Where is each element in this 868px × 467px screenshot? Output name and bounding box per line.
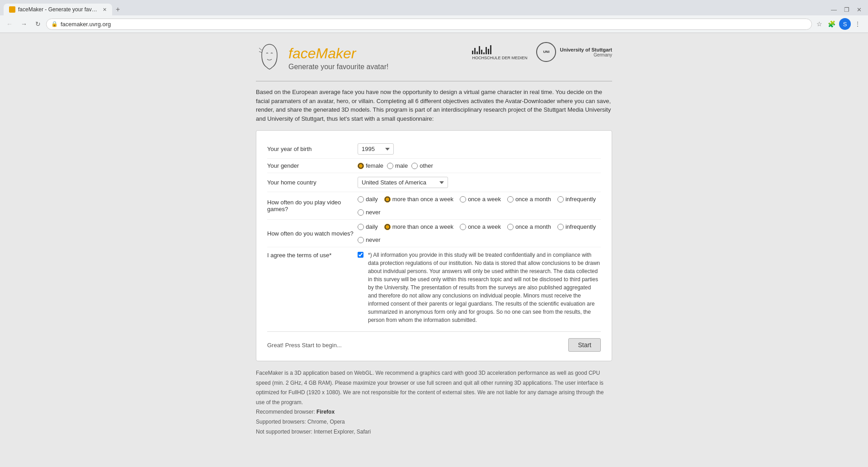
- address-bar: ← → ↻ 🔒 facemaker.uvrg.org ☆ 🧩 S ⋮: [0, 15, 868, 33]
- start-button[interactable]: Start: [568, 338, 601, 352]
- terms-checkbox-cell: [358, 251, 363, 258]
- mv-once-month-option[interactable]: once a month: [507, 223, 551, 230]
- vg-daily-label: daily: [366, 196, 378, 203]
- gender-male-label: male: [395, 162, 408, 169]
- not-supported-browsers-line: Not supported browser: Internet Explorer…: [256, 427, 612, 437]
- gender-male-radio[interactable]: [387, 163, 393, 169]
- movies-control: daily more than once a week once a week …: [358, 223, 601, 243]
- security-lock-icon: 🔒: [51, 21, 58, 27]
- page-header: faceMaker Generate your favourite avatar…: [256, 42, 612, 74]
- not-supported-browsers-label: Not supported browser:: [256, 429, 312, 435]
- gender-other-option[interactable]: other: [411, 162, 433, 169]
- new-tab-button[interactable]: +: [112, 4, 123, 15]
- menu-button[interactable]: ⋮: [853, 19, 863, 28]
- close-window-button[interactable]: ✕: [854, 5, 864, 14]
- vg-once-month-option[interactable]: once a month: [507, 196, 551, 203]
- vg-more-than-once-week-radio[interactable]: [384, 196, 391, 203]
- partner-logos: HOCHSCHULE DER MEDIEN UNI University of …: [472, 42, 612, 62]
- mv-daily-option[interactable]: daily: [358, 223, 378, 230]
- vg-never-radio[interactable]: [358, 209, 364, 216]
- main-container: faceMaker Generate your favourite avatar…: [249, 42, 619, 437]
- vg-once-week-option[interactable]: once a week: [460, 196, 501, 203]
- terms-row: I agree the terms of use* *) All informa…: [267, 247, 601, 328]
- mv-infrequently-option[interactable]: infrequently: [557, 223, 596, 230]
- vg-never-option[interactable]: never: [358, 209, 381, 216]
- gender-female-option[interactable]: female: [358, 162, 383, 169]
- vg-once-month-label: once a month: [515, 196, 551, 203]
- recommended-browser-value: Firefox: [316, 409, 335, 415]
- vg-infrequently-option[interactable]: infrequently: [557, 196, 596, 203]
- svg-line-0: [259, 48, 262, 50]
- mv-once-month-radio[interactable]: [507, 224, 514, 230]
- mv-once-week-radio[interactable]: [460, 224, 466, 230]
- mv-infrequently-radio[interactable]: [557, 224, 564, 230]
- forward-button[interactable]: →: [18, 19, 30, 29]
- mv-daily-radio[interactable]: [358, 224, 364, 230]
- mv-once-week-label: once a week: [468, 223, 501, 230]
- extensions-icon[interactable]: 🧩: [826, 19, 837, 28]
- terms-text-cell: *) All information you provide in this s…: [368, 251, 601, 324]
- country-control: United States of America Germany United …: [358, 177, 601, 188]
- tab-favicon: [9, 6, 15, 13]
- form-footer-row: Great! Press Start to begin... Start: [267, 331, 601, 352]
- movies-row: How often do you watch movies? daily mor…: [267, 219, 601, 247]
- gender-female-radio[interactable]: [358, 163, 364, 169]
- bookmark-icon[interactable]: ☆: [815, 19, 824, 28]
- country-select[interactable]: United States of America Germany United …: [358, 177, 448, 188]
- vg-more-than-once-week-label: more than once a week: [392, 196, 453, 203]
- mv-infrequently-label: infrequently: [566, 223, 596, 230]
- profile-button[interactable]: S: [839, 18, 851, 30]
- vg-daily-radio[interactable]: [358, 196, 364, 203]
- terms-checkbox[interactable]: [358, 252, 363, 258]
- country-label: Your home country: [267, 179, 358, 186]
- recommended-browser-line: Recommended browser: Firefox: [256, 407, 612, 417]
- gender-other-radio[interactable]: [411, 163, 418, 169]
- gender-other-label: other: [420, 162, 433, 169]
- mv-more-than-once-week-option[interactable]: more than once a week: [384, 223, 453, 230]
- url-text: facemaker.uvrg.org: [61, 21, 807, 28]
- birth-year-select[interactable]: 1990 1991 1992 1993 1994 1995 1996 1997 …: [358, 143, 394, 155]
- address-bar-actions: ☆ 🧩 S ⋮: [815, 18, 864, 30]
- logo-title: faceMaker: [288, 45, 388, 62]
- movies-label: How often do you watch movies?: [267, 230, 358, 237]
- logo-face-image: [256, 42, 283, 74]
- mv-never-option[interactable]: never: [358, 236, 381, 243]
- vg-more-than-once-week-option[interactable]: more than once a week: [384, 196, 453, 203]
- video-games-label: How often do you play video games?: [267, 199, 358, 212]
- mv-more-than-once-week-radio[interactable]: [384, 224, 391, 230]
- mv-never-radio[interactable]: [358, 237, 364, 243]
- reload-button[interactable]: ↻: [33, 19, 43, 29]
- vg-once-month-radio[interactable]: [507, 196, 514, 203]
- url-bar[interactable]: 🔒 facemaker.uvrg.org: [46, 19, 812, 30]
- vg-never-label: never: [366, 209, 381, 216]
- hdm-bar-1: [472, 51, 473, 54]
- minimize-button[interactable]: —: [828, 5, 840, 14]
- tab-actions: — ❐ ✕: [828, 5, 868, 14]
- browser-chrome: faceMaker - Generate your favo... ✕ + — …: [0, 0, 868, 33]
- uni-text: University of Stuttgart Germany: [560, 47, 612, 57]
- tab-close-button[interactable]: ✕: [103, 7, 107, 13]
- vg-daily-option[interactable]: daily: [358, 196, 378, 203]
- active-tab[interactable]: faceMaker - Generate your favo... ✕: [4, 4, 112, 15]
- vg-infrequently-label: infrequently: [566, 196, 596, 203]
- header-divider: [256, 81, 612, 81]
- gender-female-label: female: [366, 162, 383, 169]
- uni-name: University of Stuttgart: [560, 47, 612, 52]
- vg-once-week-label: once a week: [468, 196, 501, 203]
- vg-infrequently-radio[interactable]: [557, 196, 564, 203]
- bottom-info-text: FaceMaker is a 3D application based on W…: [256, 368, 612, 407]
- hdm-bar-7: [486, 47, 487, 54]
- tab-title: faceMaker - Generate your favo...: [18, 6, 98, 13]
- face-svg-icon: [258, 43, 281, 73]
- hdm-name: HOCHSCHULE DER MEDIEN: [472, 56, 527, 60]
- hdm-bar-4: [479, 46, 480, 54]
- form-card: Your year of birth 1990 1991 1992 1993 1…: [256, 130, 612, 361]
- vg-once-week-radio[interactable]: [460, 196, 466, 203]
- birth-year-label: Your year of birth: [267, 146, 358, 152]
- birth-year-row: Your year of birth 1990 1991 1992 1993 1…: [267, 140, 601, 158]
- gender-male-option[interactable]: male: [387, 162, 408, 169]
- mv-once-week-option[interactable]: once a week: [460, 223, 501, 230]
- mv-daily-label: daily: [366, 223, 378, 230]
- restore-button[interactable]: ❐: [841, 5, 852, 14]
- back-button[interactable]: ←: [4, 19, 15, 29]
